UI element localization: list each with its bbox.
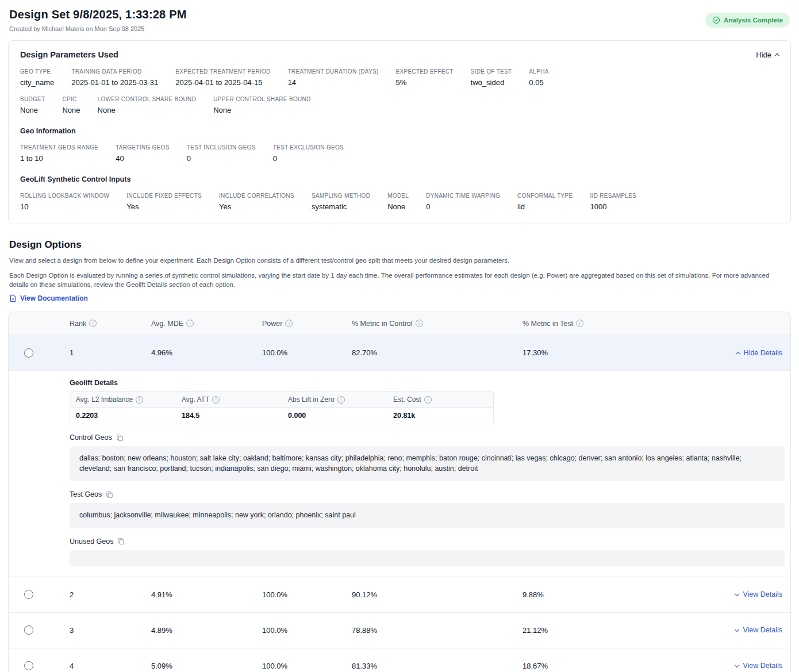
metric-test-cell: 21.12% [523,626,735,635]
design-options-table: Rank Avg. MDE Power % Metric in Control … [8,312,791,672]
col-header-avg-att: Avg. ATT [176,392,282,407]
design-parameters-card: Design Parameters Used Hide GEO TYPE cit… [8,40,791,224]
info-icon[interactable] [576,320,583,327]
design-options-description-1: View and select a design from below to d… [9,256,790,266]
info-icon[interactable] [285,320,293,327]
param-fixed-effects: INCLUDE FIXED EFFECTS Yes [126,193,202,211]
info-icon[interactable] [416,320,423,327]
power-cell: 100.0% [262,626,352,635]
details-label: View Details [743,662,782,670]
copy-icon[interactable] [106,491,113,498]
hide-details-button[interactable]: Hide Details [736,349,790,357]
param-value: 40 [116,154,169,163]
param-value: 2025-01-01 to 2025-03-31 [71,78,158,87]
param-budget: BUDGET None [20,96,45,114]
param-rolling-lookback: ROLLING LOOKBACK WINDOW 10 [20,193,109,211]
param-label: SAMPLING METHOD [312,193,370,199]
rank-cell: 3 [70,626,151,635]
col-header-est-cost: Est. Cost [387,392,493,407]
info-icon[interactable] [424,396,432,404]
chevron-down-icon [735,591,739,596]
col-header-label: Power [262,320,282,328]
col-header-avg-mde: Avg. MDE [151,320,262,328]
hide-parameters-button[interactable]: Hide [756,51,779,59]
unused-geos-list [70,550,785,566]
unused-geos-label: Unused Geos [70,537,113,546]
param-label: MODEL [387,193,409,199]
view-details-button[interactable]: View Details [735,662,790,670]
param-side-of-test: SIDE OF TEST two_sided [471,68,512,87]
table-row-2[interactable]: 2 4.91% 100.0% 90.12% 9.88% View Details [9,577,790,613]
param-value: 10 [20,202,109,211]
select-design-radio[interactable] [24,348,33,358]
param-value: 14 [288,78,379,87]
parameters-row-2: BUDGET None CPIC None LOWER CONTROL SHAR… [20,96,779,114]
card-title: Design Parameters Used [20,50,118,59]
param-cpic: CPIC None [62,96,80,114]
col-header-label: Est. Cost [393,395,421,404]
col-header-label: Avg. ATT [182,395,209,404]
test-geos-label-row: Test Geos [70,490,785,498]
param-label: TARGETING GEOS [116,144,169,151]
parameters-row-1: GEO TYPE city_name TRAINING DATA PERIOD … [20,68,779,87]
param-expected-effect: EXPECTED EFFECT 5% [396,68,454,87]
chevron-down-icon [735,662,739,667]
param-value: 0 [426,202,500,211]
page-subtitle: Created by Michael Makris on Mon Sep 08 … [9,25,187,32]
col-header-metric-in-test: % Metric in Test [523,320,790,328]
view-details-button[interactable]: View Details [735,590,790,598]
radio-cell [9,625,70,635]
param-value: None [213,106,310,114]
param-value: 0 [187,154,256,163]
metric-test-cell: 18.67% [523,662,735,670]
param-alpha: ALPHA 0.05 [529,68,548,87]
info-icon[interactable] [136,396,143,404]
param-label: INCLUDE FIXED EFFECTS [126,193,202,199]
copy-icon[interactable] [117,537,125,545]
param-value: systematic [312,202,370,211]
test-geos-list: columbus; jacksonville; milwaukee; minne… [70,503,785,528]
param-value: iid [517,202,573,211]
param-label: UPPER CONTROL SHARE BOUND [213,96,310,102]
info-icon[interactable] [212,396,220,404]
param-value: Yes [126,202,202,211]
metric-control-cell: 82.70% [352,348,523,357]
rank-cell: 1 [70,348,151,357]
select-design-radio[interactable] [24,661,33,670]
param-label: LOWER CONTROL SHARE BOUND [98,96,197,102]
param-label: TEST EXCLUSION GEOS [273,144,344,151]
chevron-up-icon [735,351,740,356]
metric-test-cell: 9.88% [523,590,735,599]
metric-control-cell: 90.12% [352,590,523,599]
col-header-power: Power [262,320,352,328]
view-documentation-link[interactable]: View Documentation [9,294,88,302]
copy-icon[interactable] [116,434,124,441]
param-conformal-type: CONFORMAL TYPE iid [517,193,573,211]
param-value: None [98,106,197,114]
chevron-up-icon [775,53,779,58]
view-details-button[interactable]: View Details [735,626,790,634]
param-targeting-geos: TARGETING GEOS 40 [116,144,169,163]
radio-cell [9,348,70,358]
table-header-row: Rank Avg. MDE Power % Metric in Control … [9,312,790,335]
param-label: TREATMENT DURATION (DAYS) [288,68,379,75]
select-design-radio[interactable] [24,625,33,635]
col-header-metric-in-control: % Metric in Control [352,320,523,328]
select-design-radio[interactable] [24,590,33,599]
test-geos-label: Test Geos [70,490,102,498]
geo-information-title: Geo Information [20,127,779,135]
table-row-1[interactable]: 1 4.96% 100.0% 82.70% 17.30% Hide Detail… [9,335,790,371]
details-label: View Details [743,590,782,598]
geolift-details-title: Geolift Details [70,379,785,387]
param-label: EXPECTED EFFECT [396,68,454,75]
info-icon[interactable] [89,320,97,327]
info-icon[interactable] [337,396,345,404]
param-value: None [62,106,80,114]
table-row-3[interactable]: 3 4.89% 100.0% 78.88% 21.12% View Detail… [9,613,790,648]
control-geos-list: dallas; boston; new orleans; houston; sa… [70,446,785,481]
param-label: CPIC [62,96,80,102]
info-icon[interactable] [186,320,194,327]
table-row-4[interactable]: 4 5.09% 100.0% 81.33% 18.67% View Detail… [9,648,790,672]
param-correlations: INCLUDE CORRELATIONS Yes [219,193,294,211]
col-header-label: % Metric in Control [352,320,413,328]
